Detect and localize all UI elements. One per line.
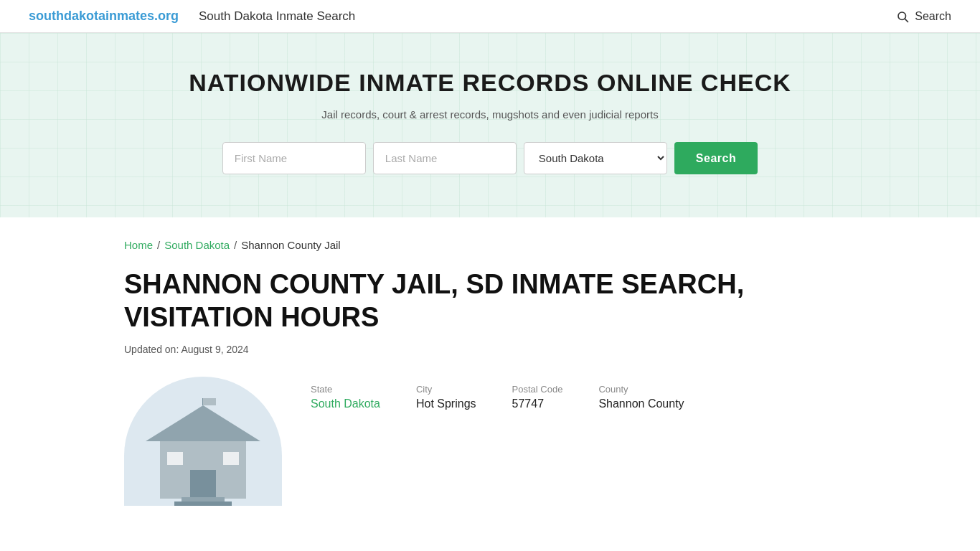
first-name-input[interactable] — [222, 142, 366, 174]
state-value[interactable]: South Dakota — [311, 397, 380, 410]
building-illustration — [124, 377, 282, 506]
state-label: State — [311, 384, 380, 395]
county-detail: County Shannon County — [598, 384, 684, 410]
site-header: southdakotainmates.org South Dakota Inma… — [0, 0, 980, 33]
svg-rect-6 — [223, 452, 239, 465]
svg-marker-3 — [146, 405, 260, 441]
last-name-input[interactable] — [373, 142, 517, 174]
hero-title: NATIONWIDE INMATE RECORDS ONLINE CHECK — [14, 69, 966, 97]
state-select[interactable]: AlabamaAlaskaArizonaArkansasCaliforniaCo… — [524, 142, 667, 174]
svg-rect-9 — [182, 497, 225, 501]
svg-rect-8 — [203, 398, 216, 405]
postal-label: Postal Code — [512, 384, 563, 395]
breadcrumb-home[interactable]: Home — [124, 239, 153, 251]
header-search-label: Search — [915, 10, 951, 23]
breadcrumb: Home / South Dakota / Shannon County Jai… — [124, 239, 856, 251]
header-search-button[interactable]: Search — [896, 10, 951, 23]
city-label: City — [416, 384, 476, 395]
city-detail: City Hot Springs — [416, 384, 476, 410]
header-site-title: South Dakota Inmate Search — [199, 9, 355, 24]
svg-rect-10 — [174, 501, 232, 506]
breadcrumb-sep-2: / — [234, 239, 237, 251]
postal-detail: Postal Code 57747 — [512, 384, 563, 410]
breadcrumb-current: Shannon County Jail — [241, 239, 340, 251]
state-detail: State South Dakota — [311, 384, 380, 410]
breadcrumb-sep-1: / — [157, 239, 160, 251]
svg-rect-5 — [167, 452, 183, 465]
county-value: Shannon County — [598, 397, 684, 410]
details-grid: State South Dakota City Hot Springs Post… — [311, 377, 684, 410]
search-button[interactable]: Search — [674, 142, 758, 174]
hero-banner: NATIONWIDE INMATE RECORDS ONLINE CHECK J… — [0, 33, 980, 217]
updated-date: Updated on: August 9, 2024 — [124, 344, 856, 355]
main-content: Home / South Dakota / Shannon County Jai… — [95, 217, 885, 534]
postal-value: 57747 — [512, 397, 563, 410]
page-title: SHANNON COUNTY JAIL, SD INMATE SEARCH, V… — [124, 268, 856, 334]
site-logo[interactable]: southdakotainmates.org — [29, 9, 179, 24]
search-form: AlabamaAlaskaArizonaArkansasCaliforniaCo… — [14, 142, 966, 174]
search-icon — [896, 10, 909, 23]
breadcrumb-state[interactable]: South Dakota — [164, 239, 230, 251]
county-label: County — [598, 384, 684, 395]
hero-subtitle: Jail records, court & arrest records, mu… — [14, 108, 966, 121]
svg-rect-4 — [190, 470, 216, 499]
svg-line-1 — [905, 19, 908, 22]
info-section: State South Dakota City Hot Springs Post… — [124, 377, 856, 506]
building-svg — [138, 398, 268, 506]
city-value: Hot Springs — [416, 397, 476, 410]
